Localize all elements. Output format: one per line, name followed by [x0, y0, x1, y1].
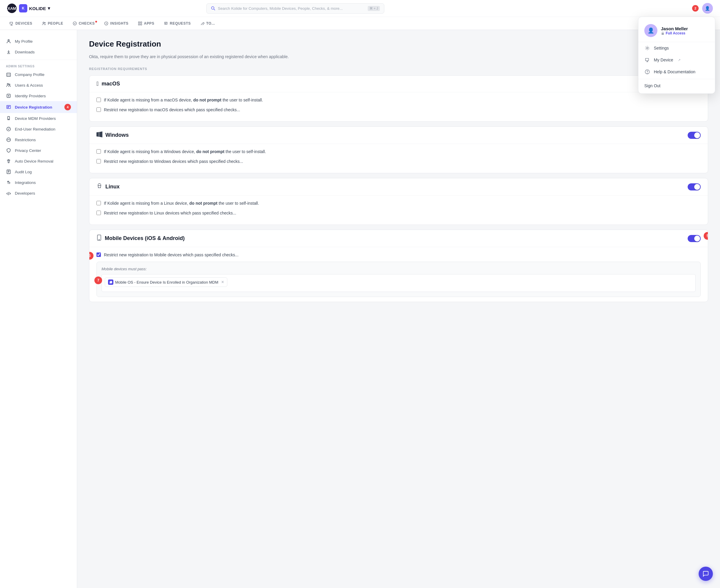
mobile-check-1-input[interactable] — [97, 252, 101, 257]
linux-section: Linux If Kolide agent is missing from a … — [89, 178, 708, 225]
dropdown-my-device[interactable]: My Device ↗ — [638, 54, 715, 66]
windows-check-2: Restrict new registration to Windows dev… — [97, 159, 701, 165]
layout: My Profile Downloads ADMIN SETTINGS Comp… — [0, 30, 720, 588]
nav-devices[interactable]: DEVICES — [9, 20, 32, 27]
dropdown-signout[interactable]: Sign Out — [638, 80, 715, 91]
privacy-icon — [6, 148, 11, 153]
apple-icon:  — [97, 80, 99, 87]
windows-check-2-input[interactable] — [97, 159, 101, 164]
svg-point-31 — [646, 47, 648, 49]
sidebar-label-device-mdm: Device MDM Providers — [15, 116, 56, 121]
sidebar-item-end-user-remediation[interactable]: End-User Remediation — [0, 124, 77, 134]
dropdown-user: 👤 Jason Meller Full Access — [638, 22, 715, 42]
sidebar-item-device-mdm[interactable]: Device MDM Providers — [0, 113, 77, 124]
sidebar-item-restrictions[interactable]: Restrictions — [0, 134, 77, 145]
linux-title: Linux — [97, 183, 120, 190]
macos-check-1-input[interactable] — [97, 98, 101, 102]
mobile-title: Mobile Devices (iOS & Android) — [97, 235, 185, 242]
sidebar-item-company-profile[interactable]: Company Profile — [0, 69, 77, 80]
nav-tools[interactable]: TO... — [200, 20, 215, 27]
sidebar-item-users-access[interactable]: Users & Access — [0, 80, 77, 90]
mobile-expand: Mobile devices must pass: 7 Mobile OS - … — [97, 262, 701, 297]
sidebar-item-auto-device-removal[interactable]: Auto Device Removal — [0, 156, 77, 166]
brand-chevron: ▾ — [48, 6, 50, 11]
sidebar-label-downloads: Downloads — [15, 50, 35, 54]
sidebar-item-audit-log[interactable]: Audit Log — [0, 166, 77, 177]
linux-check-1: If Kolide agent is missing from a Linux … — [97, 200, 701, 207]
dropdown-menu: 👤 Jason Meller Full Access Settings My D… — [638, 17, 715, 94]
kolide-brand[interactable]: K KOLIDE ▾ — [19, 4, 50, 13]
check-tag-remove[interactable]: × — [221, 280, 224, 285]
mobile-check-1: 6 Restrict new registration to Mobile de… — [97, 252, 701, 258]
nav-checks[interactable]: CHECKS — [73, 20, 95, 27]
mobile-toggle[interactable] — [688, 235, 701, 242]
sidebar-label-device-registration: Device Registration — [15, 105, 52, 109]
chat-bubble[interactable] — [699, 567, 713, 581]
windows-check-1: If Kolide agent is missing from a Window… — [97, 149, 701, 155]
avatar[interactable]: 👤 — [702, 3, 713, 14]
linux-toggle[interactable] — [688, 183, 701, 190]
mobile-header: Mobile Devices (iOS & Android) 5 — [89, 230, 708, 247]
remediation-icon — [6, 126, 11, 132]
check-tag-label: Mobile OS - Ensure Device Is Enrolled in… — [115, 280, 219, 285]
checks-icon — [73, 21, 77, 25]
page-description: Okta, require them to prove they are in … — [89, 54, 708, 60]
identity-icon — [6, 93, 11, 99]
windows-toggle[interactable] — [688, 132, 701, 139]
windows-body: If Kolide agent is missing from a Window… — [89, 144, 708, 173]
nav-people[interactable]: PEOPLE — [42, 20, 63, 27]
section-label: REGISTRATION REQUIREMENTS — [89, 67, 708, 70]
admin-section-title: ADMIN SETTINGS — [0, 62, 77, 69]
svg-line-1 — [214, 9, 215, 10]
svg-rect-10 — [140, 22, 142, 23]
sidebar-item-identity-providers[interactable]: Identity Providers — [0, 90, 77, 101]
svg-rect-30 — [661, 33, 664, 35]
svg-point-26 — [99, 185, 99, 186]
sidebar-item-device-registration[interactable]: Device Registration 4 — [0, 101, 77, 113]
mobile-section: Mobile Devices (iOS & Android) 5 6 Restr… — [89, 230, 708, 302]
svg-point-5 — [43, 22, 44, 23]
notification-badge[interactable]: 2 — [692, 5, 699, 12]
main-content: Device Registration Okta, require them t… — [77, 30, 720, 588]
people-icon — [42, 21, 46, 25]
sidebar-item-privacy-center[interactable]: Privacy Center — [0, 145, 77, 156]
restrictions-icon — [6, 137, 11, 142]
svg-point-20 — [8, 119, 9, 120]
devices-icon — [9, 21, 14, 25]
sidebar-item-downloads[interactable]: Downloads — [0, 47, 77, 57]
top-nav: XAM K KOLIDE ▾ Search Kolide for Compute… — [0, 0, 720, 30]
macos-check-1: If Kolide agent is missing from a macOS … — [97, 97, 701, 103]
macos-check-2-input[interactable] — [97, 107, 101, 112]
sidebar-item-developers[interactable]: Developers — [0, 188, 77, 198]
windows-section: Windows If Kolide agent is missing from … — [89, 126, 708, 173]
windows-check-1-input[interactable] — [97, 149, 101, 154]
dropdown-help-label: Help & Documentation — [654, 69, 695, 74]
xam-logo: XAM — [7, 4, 17, 13]
svg-point-6 — [44, 22, 45, 23]
search-bar[interactable]: Search Kolide for Computers, Mobile Devi… — [206, 3, 384, 14]
sidebar-label-integrations: Integrations — [15, 181, 36, 185]
sidebar-item-my-profile[interactable]: My Profile — [0, 36, 77, 47]
windows-icon — [97, 131, 102, 139]
nav-requests[interactable]: REQUESTS — [164, 20, 191, 27]
svg-point-0 — [212, 6, 214, 9]
mdm-icon — [6, 116, 11, 121]
svg-rect-14 — [7, 73, 11, 76]
svg-rect-12 — [140, 24, 142, 25]
checks-box[interactable]: 7 Mobile OS - Ensure Device Is Enrolled … — [102, 274, 696, 292]
dropdown-help[interactable]: Help & Documentation — [638, 66, 715, 78]
svg-rect-11 — [138, 24, 140, 25]
linux-check-1-input[interactable] — [97, 201, 101, 205]
main-nav: DEVICES PEOPLE CHECKS INSIGHTS APPS REQU… — [0, 17, 720, 30]
sidebar-label-users-access: Users & Access — [15, 83, 43, 87]
sidebar-item-integrations[interactable]: Integrations — [0, 177, 77, 188]
sidebar-label-developers: Developers — [15, 191, 35, 195]
macos-body: If Kolide agent is missing from a macOS … — [89, 92, 708, 121]
dropdown-settings[interactable]: Settings — [638, 42, 715, 54]
nav-apps[interactable]: APPS — [138, 20, 154, 27]
linux-check-2-input[interactable] — [97, 211, 101, 215]
sidebar: My Profile Downloads ADMIN SETTINGS Comp… — [0, 30, 77, 588]
nav-insights[interactable]: INSIGHTS — [104, 20, 128, 27]
dropdown-avatar: 👤 — [644, 24, 657, 37]
tag-step-badge: 7 — [95, 276, 102, 284]
